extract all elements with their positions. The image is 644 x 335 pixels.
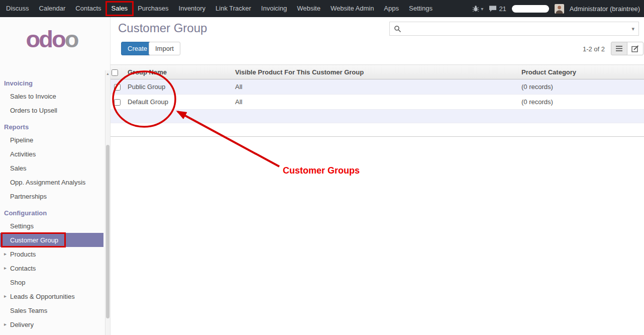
messages-menu[interactable]: 21 xyxy=(489,5,506,13)
nav-item[interactable]: Sales xyxy=(106,0,133,17)
sidebar-item[interactable]: ▸ Sales xyxy=(0,161,103,175)
row-select-cell xyxy=(111,95,124,110)
table-row[interactable]: Default Group All (0 records) xyxy=(111,95,644,110)
logo-text-last: o xyxy=(65,26,78,52)
top-navbar: Discuss Calendar Contacts Sales Purchase… xyxy=(0,0,644,17)
nav-item[interactable]: Link Tracker xyxy=(210,0,256,17)
nav-item-label: Settings xyxy=(409,5,433,12)
chevron-down-icon: ▾ xyxy=(481,6,483,12)
sidebar-item: ▸ Reports xyxy=(0,117,103,133)
select-all-cell xyxy=(111,65,124,79)
sidebar-item-label: Reports xyxy=(4,123,29,131)
search-box: ▾ xyxy=(389,22,639,36)
search-dropdown-toggle[interactable]: ▾ xyxy=(628,26,634,32)
customer-group-table: Group Name Visible Product For This Cust… xyxy=(111,64,644,137)
expand-caret-icon: ▸ xyxy=(4,265,7,271)
expand-caret-icon: ▸ xyxy=(4,321,7,327)
cell-group-name: Default Group xyxy=(124,95,231,110)
nav-item[interactable]: Apps xyxy=(379,0,404,17)
nav-item-label: Purchases xyxy=(138,5,168,12)
cell-visible-product: All xyxy=(231,79,517,95)
nav-item-label: Invoicing xyxy=(261,5,287,12)
sidebar-item-label: Delivery xyxy=(10,321,34,328)
sidebar-item[interactable]: ▸ Shop xyxy=(0,275,103,289)
sidebar-item[interactable]: ▸ Leads & Opportunities xyxy=(0,289,103,303)
nav-item[interactable]: Contacts xyxy=(70,0,106,17)
sidebar-item[interactable]: ▸ Sales Teams xyxy=(0,303,103,317)
sidebar-item[interactable]: ▸ Delivery xyxy=(0,317,103,331)
sidebar-item[interactable]: ▸ Partnerships xyxy=(0,189,103,203)
nav-item[interactable]: Discuss xyxy=(1,0,34,17)
nav-item[interactable]: Website xyxy=(292,0,326,17)
column-header-group-name[interactable]: Group Name xyxy=(124,65,231,79)
nav-item[interactable]: Inventory xyxy=(174,0,210,17)
nav-item-label: Website xyxy=(297,5,320,12)
import-button[interactable]: Import xyxy=(149,42,180,55)
chat-bubble-icon xyxy=(489,6,497,12)
sidebar-item[interactable]: ▸ Opp. Assignment Analysis xyxy=(0,175,103,189)
nav-item-label: Apps xyxy=(384,5,399,12)
sidebar-item[interactable]: ▸ Activities xyxy=(0,147,103,161)
table-row[interactable]: Public Group All (0 records) xyxy=(111,79,644,95)
nav-item-label: Inventory xyxy=(179,5,205,12)
scrollbar-thumb[interactable] xyxy=(106,145,110,318)
sidebar-item-label: Pipeline xyxy=(10,136,33,144)
user-menu[interactable]: Administrator (braintree) xyxy=(570,5,640,13)
sidebar-menu: ▸ Invoicing ▸ Sales to Invoice ▸ Orders … xyxy=(0,73,103,331)
status-pill[interactable] xyxy=(512,5,549,13)
sidebar-item[interactable]: ▸ Customer Group xyxy=(0,233,103,247)
pager: 1-2 of 2 xyxy=(583,45,605,53)
view-switcher xyxy=(611,42,643,55)
sidebar-item[interactable]: ▸ Pipeline xyxy=(0,133,103,147)
odoo-logo: odoo xyxy=(0,27,103,51)
sidebar-item[interactable]: ▸ Products xyxy=(0,247,103,261)
sidebar-item-label: Opp. Assignment Analysis xyxy=(10,179,85,186)
select-all-checkbox[interactable] xyxy=(112,69,118,76)
nav-item[interactable]: Purchases xyxy=(133,0,173,17)
sidebar-item-label: Contacts xyxy=(10,265,36,272)
column-header-visible-product[interactable]: Visible Product For This Customer Group xyxy=(231,65,517,79)
column-header-product-category[interactable]: Product Category xyxy=(517,65,644,79)
sidebar-item: ▸ Configuration xyxy=(0,203,103,219)
main-content: Customer Group ▾ Create Import 1-2 of 2 xyxy=(111,17,644,335)
nav-item-label: Discuss xyxy=(6,5,29,12)
sidebar-item-label: Orders to Upsell xyxy=(10,107,57,114)
nav-item-label: Contacts xyxy=(75,5,101,12)
navbar-right: ▾ 21 Administrator (braintree) xyxy=(472,4,644,14)
messages-count: 21 xyxy=(499,5,506,13)
row-checkbox[interactable] xyxy=(114,99,121,106)
sidebar-item-label: Sales to Invoice xyxy=(10,93,56,100)
nav-item[interactable]: Website Admin xyxy=(326,0,379,17)
row-checkbox[interactable] xyxy=(114,84,121,91)
empty-row xyxy=(111,123,644,137)
sidebar-item-label: Configuration xyxy=(4,209,47,217)
sidebar-item[interactable]: ▸ Sales to Invoice xyxy=(0,89,103,103)
sidebar-item-label: Sales Teams xyxy=(10,307,47,314)
nav-item-label: Link Tracker xyxy=(216,5,251,12)
debug-menu[interactable]: ▾ xyxy=(472,5,483,12)
app-menu: Discuss Calendar Contacts Sales Purchase… xyxy=(0,0,438,17)
empty-row xyxy=(111,110,644,123)
nav-item[interactable]: Invoicing xyxy=(256,0,292,17)
search-input[interactable] xyxy=(404,23,628,35)
row-select-cell xyxy=(111,79,124,95)
avatar[interactable] xyxy=(555,4,564,14)
sidebar-item[interactable]: ▸ Orders to Upsell xyxy=(0,103,103,117)
scroll-up-arrow-icon[interactable]: ▲ xyxy=(105,70,110,75)
cell-group-name: Public Group xyxy=(124,79,231,95)
sidebar-item[interactable]: ▸ Contacts xyxy=(0,261,103,275)
sidebar-scrollbar[interactable]: ▲ xyxy=(105,70,110,335)
sidebar-item-label: Settings xyxy=(10,222,34,230)
sidebar-item: ▸ Invoicing xyxy=(0,73,103,89)
nav-item[interactable]: Calendar xyxy=(34,0,71,17)
sidebar-item-label: Customer Group xyxy=(10,236,58,244)
sidebar-item-label: Sales xyxy=(10,164,27,172)
nav-item[interactable]: Settings xyxy=(404,0,438,17)
logo-text-main: odo xyxy=(26,26,65,52)
sidebar: odoo ▸ Invoicing ▸ Sales to Invoice ▸ Or… xyxy=(0,17,111,335)
nav-item-label: Sales xyxy=(112,5,128,12)
form-view-button[interactable] xyxy=(627,42,643,55)
sidebar-item[interactable]: ▸ Settings xyxy=(0,219,103,233)
list-view-button[interactable] xyxy=(611,42,627,55)
nav-item-label: Calendar xyxy=(39,5,66,12)
